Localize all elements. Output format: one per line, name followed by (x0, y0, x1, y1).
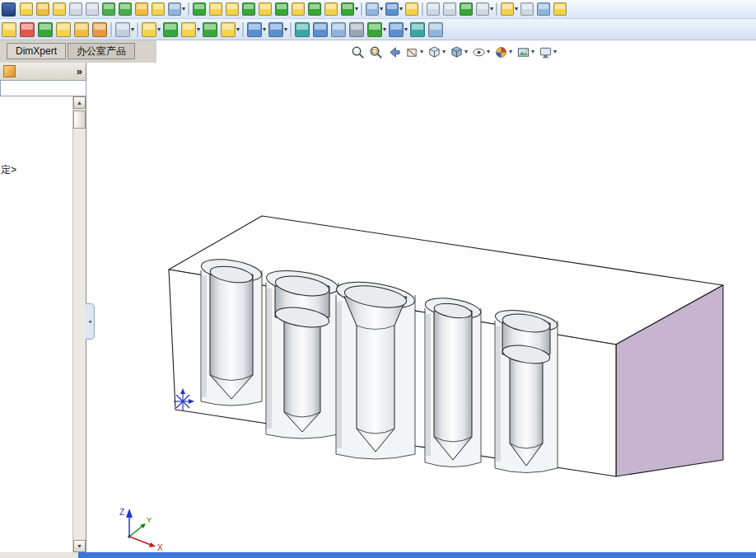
extruded-boss-button[interactable] (226, 2, 240, 16)
section-view-button[interactable]: ▾ (404, 45, 424, 60)
mirror-entities-button[interactable] (349, 22, 365, 37)
options-button[interactable]: ▾ (476, 2, 493, 16)
dropdown-arrow-icon[interactable]: ▾ (515, 6, 518, 12)
dropdown-arrow-icon[interactable]: ▾ (487, 49, 490, 55)
dropdown-arrow-icon[interactable]: ▾ (553, 49, 557, 55)
print-preview-button[interactable] (86, 2, 100, 16)
dropdown-arrow-icon[interactable]: ▾ (157, 26, 161, 33)
panel-collapse-handle[interactable]: ◂ (86, 303, 95, 340)
exit-sketch-button[interactable] (20, 22, 35, 37)
separator[interactable] (290, 22, 292, 37)
dropdown-arrow-icon[interactable]: ▾ (404, 26, 408, 33)
task-pane-button[interactable] (537, 2, 551, 16)
swept-boss-button[interactable] (259, 2, 273, 16)
lofted-cut-button[interactable] (203, 22, 218, 37)
view-settings-button[interactable]: ▾ (538, 45, 558, 60)
corner-rectangle-button[interactable] (74, 22, 90, 37)
sketch-button[interactable] (2, 22, 17, 37)
convert-entities-button[interactable] (313, 22, 329, 37)
display-settings-button[interactable] (520, 2, 534, 16)
trim-entities-button[interactable] (295, 22, 310, 37)
dropdown-arrow-icon[interactable]: ▾ (464, 49, 468, 55)
app-icon[interactable] (2, 2, 16, 16)
display-relations-button[interactable] (410, 22, 426, 37)
separator[interactable] (496, 2, 498, 16)
dropdown-arrow-icon[interactable]: ▾ (284, 26, 287, 33)
lofted-boss-button[interactable] (275, 2, 289, 16)
view-orientation-button[interactable]: ▾ (427, 45, 446, 60)
graphics-area[interactable]: Z Y X (86, 63, 756, 552)
feature-tree-filter-input[interactable] (0, 80, 86, 96)
expand-panel-button[interactable]: » (77, 66, 82, 77)
apply-scene-button[interactable]: ▾ (516, 45, 535, 60)
dropdown-arrow-icon[interactable]: ▾ (197, 26, 200, 33)
grid-system-button[interactable]: ▾ (115, 22, 134, 37)
dropdown-arrow-icon[interactable]: ▾ (131, 26, 134, 33)
scroll-down-button[interactable]: ▼ (73, 540, 86, 552)
move-entities-button[interactable]: ▾ (389, 22, 408, 37)
rebuild-button[interactable] (193, 2, 207, 16)
edit-material-button[interactable] (209, 2, 223, 16)
dropdown-arrow-icon[interactable]: ▾ (509, 49, 512, 55)
feature-tree-scrollbar[interactable]: ▲ ▼ (72, 96, 86, 552)
new-document-button[interactable] (20, 2, 34, 16)
dimension-button[interactable]: ▾ (247, 22, 266, 37)
scroll-up-button[interactable]: ▲ (73, 96, 86, 109)
extruded-cut-button[interactable]: ▾ (142, 22, 161, 37)
linear-sketch-pattern-button[interactable]: ▾ (367, 22, 386, 37)
revolved-boss-button[interactable] (242, 2, 256, 16)
feature-tree-item-fixed[interactable]: 定> (1, 163, 16, 177)
display-style-button[interactable]: ▾ (449, 45, 469, 60)
dropdown-arrow-icon[interactable]: ▾ (420, 49, 423, 55)
chamfer-button[interactable] (308, 2, 322, 16)
line-button[interactable] (56, 22, 72, 37)
check-button[interactable] (460, 2, 474, 16)
hole-4-section[interactable] (424, 295, 483, 467)
scrollbar-thumb[interactable] (73, 110, 86, 129)
dropdown-arrow-icon[interactable]: ▾ (399, 6, 403, 12)
dropdown-arrow-icon[interactable]: ▾ (182, 6, 185, 12)
curves-button[interactable]: ▾ (385, 2, 403, 16)
redo-button[interactable] (119, 2, 133, 16)
taskbar-edge[interactable] (78, 552, 756, 558)
edit-appearance-button[interactable]: ▾ (493, 45, 513, 60)
insert-component-button[interactable] (92, 22, 108, 37)
separator[interactable] (188, 2, 190, 16)
hole-3-section[interactable] (334, 278, 416, 459)
hole-2-section[interactable] (265, 266, 340, 438)
print-button[interactable] (69, 2, 83, 16)
tab-office-products[interactable]: 办公室产品 (68, 43, 135, 59)
hole-5-section[interactable] (494, 307, 559, 472)
boundary-cut-button[interactable]: ▾ (221, 22, 240, 37)
quick-snaps-button[interactable] (428, 22, 444, 37)
revolved-cut-button[interactable] (163, 22, 179, 37)
zoom-to-fit-button[interactable] (350, 45, 366, 60)
hole-wizard-button[interactable]: ▾ (341, 2, 358, 16)
open-button[interactable] (36, 2, 50, 16)
undo-button[interactable] (102, 2, 116, 16)
appearance-button[interactable]: ▾ (501, 2, 518, 16)
dropdown-arrow-icon[interactable]: ▾ (531, 49, 534, 55)
separator[interactable] (422, 2, 424, 16)
separator[interactable] (361, 2, 363, 16)
dropdown-arrow-icon[interactable]: ▾ (263, 26, 266, 33)
measure-button[interactable] (427, 2, 441, 16)
dropdown-arrow-icon[interactable]: ▾ (236, 26, 240, 33)
separator[interactable] (242, 22, 245, 37)
paste-button[interactable]: ▾ (168, 2, 185, 16)
offset-entities-button[interactable] (331, 22, 347, 37)
shell-button[interactable] (324, 2, 338, 16)
cut-button[interactable] (135, 2, 149, 16)
help-button[interactable] (553, 2, 567, 16)
tab-dimxpert[interactable]: DimXpert (7, 43, 66, 59)
reference-geometry-button[interactable]: ▾ (366, 2, 383, 16)
instant3d-button[interactable] (405, 2, 419, 16)
zoom-to-area-button[interactable] (368, 45, 384, 60)
spline-button[interactable]: ▾ (268, 22, 287, 37)
separator[interactable] (110, 22, 113, 37)
copy-button[interactable] (152, 2, 166, 16)
dropdown-arrow-icon[interactable]: ▾ (355, 6, 358, 12)
separator[interactable] (137, 22, 139, 37)
previous-view-button[interactable] (386, 45, 402, 60)
swept-cut-button[interactable]: ▾ (181, 22, 200, 37)
